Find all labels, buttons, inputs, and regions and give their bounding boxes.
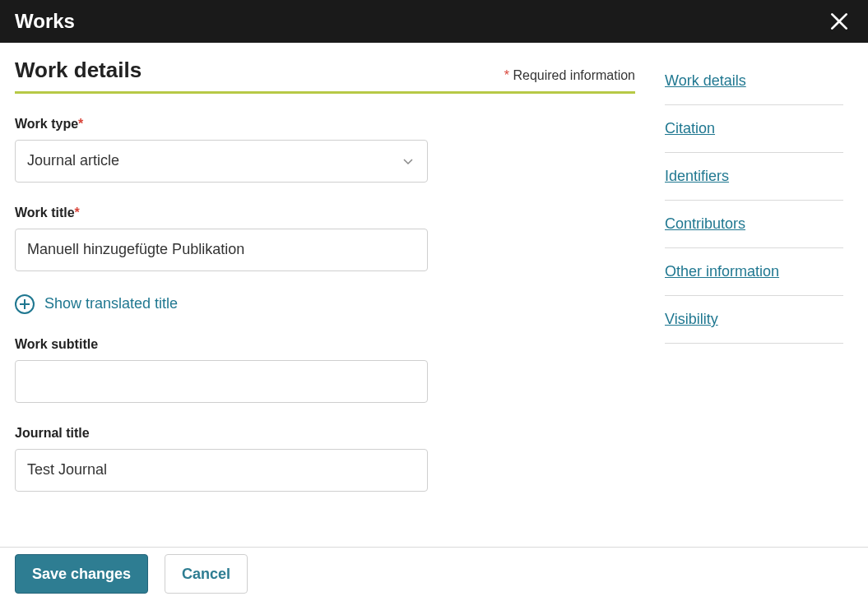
required-asterisk: * (504, 68, 509, 82)
work-subtitle-label: Work subtitle (15, 337, 635, 352)
translated-title-label: Show translated title (44, 295, 178, 312)
nav-link: Visibility (665, 311, 718, 327)
required-label: Required information (513, 68, 635, 82)
nav-link: Identifiers (665, 168, 729, 184)
show-translated-title-toggle[interactable]: Show translated title (15, 294, 178, 314)
journal-title-label: Journal title (15, 426, 635, 441)
nav-link: Other information (665, 263, 779, 280)
modal-body: Work details * Required information Work… (0, 43, 868, 547)
section-nav-list: Work details Citation Identifiers Contri… (665, 66, 843, 344)
nav-item-other-information[interactable]: Other information (665, 248, 843, 296)
field-journal-title: Journal title (15, 426, 635, 492)
field-work-subtitle: Work subtitle (15, 337, 635, 403)
save-button[interactable]: Save changes (15, 554, 148, 594)
section-header-row: Work details * Required information (15, 58, 635, 94)
modal-header: Works (0, 0, 868, 43)
nav-item-contributors[interactable]: Contributors (665, 201, 843, 248)
nav-link: Contributors (665, 215, 745, 232)
nav-link: Work details (665, 72, 746, 89)
form-content: Work details * Required information Work… (0, 43, 650, 547)
form-scroll-area[interactable]: Work details * Required information Work… (0, 43, 650, 547)
work-type-select[interactable]: Journal article (15, 140, 428, 183)
works-modal: Works Work details * Required informatio… (0, 0, 868, 601)
required-info: * Required information (504, 68, 635, 83)
work-title-label-text: Work title (15, 206, 75, 220)
field-work-title: Work title* (15, 206, 635, 271)
required-asterisk: * (75, 206, 80, 220)
nav-item-work-details[interactable]: Work details (665, 66, 843, 105)
required-asterisk: * (78, 117, 83, 131)
section-nav-sidebar: Work details Citation Identifiers Contri… (650, 43, 868, 547)
modal-footer: Save changes Cancel (0, 547, 868, 601)
work-title-label: Work title* (15, 206, 635, 220)
work-type-label-text: Work type (15, 117, 78, 131)
work-subtitle-input[interactable] (15, 360, 428, 403)
nav-item-visibility[interactable]: Visibility (665, 296, 843, 344)
field-work-type: Work type* Journal article (15, 117, 635, 183)
modal-title: Works (15, 10, 75, 33)
nav-link: Citation (665, 120, 715, 136)
close-icon (829, 11, 850, 32)
journal-title-input[interactable] (15, 449, 428, 492)
scroll-spacer (15, 515, 635, 547)
section-heading: Work details (15, 58, 142, 83)
nav-item-identifiers[interactable]: Identifiers (665, 153, 843, 201)
cancel-button[interactable]: Cancel (165, 554, 248, 594)
work-type-value: Journal article (27, 152, 119, 169)
work-title-input[interactable] (15, 229, 428, 271)
work-type-label: Work type* (15, 117, 635, 132)
plus-circle-icon (15, 294, 35, 314)
nav-item-citation[interactable]: Citation (665, 105, 843, 153)
close-button[interactable] (825, 7, 853, 35)
work-type-select-wrap: Journal article (15, 140, 428, 183)
